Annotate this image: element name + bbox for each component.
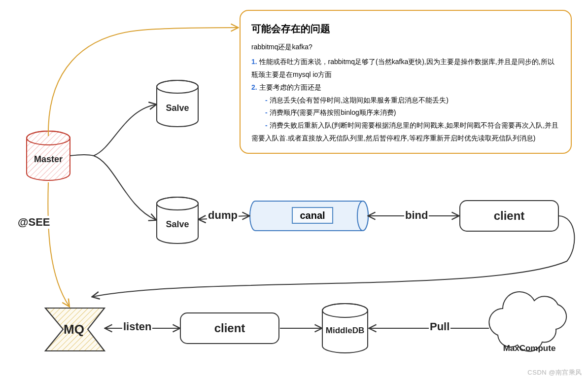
svg-point-10	[250, 201, 261, 231]
note-point-1: 1. 性能或吞吐方面来说，rabbitmq足够了(当然kafka更快),因为主要…	[251, 56, 560, 81]
svg-point-6	[157, 80, 198, 93]
svg-point-7	[157, 80, 198, 93]
mq-label: MQ	[58, 319, 90, 339]
client-top-label: client	[460, 201, 558, 231]
note-box: 可能会存在的问题 rabbitmq还是kafka? 1. 性能或吞吐方面来说，r…	[240, 10, 572, 154]
client-bottom-label: client	[180, 313, 279, 344]
slave1-label: Salve	[157, 101, 198, 115]
see-label: @SEE	[17, 216, 51, 229]
pull-label: Pull	[429, 320, 450, 333]
middledb-label: MiddleDB	[322, 323, 368, 338]
note-point-2: 2. 主要考虑的方面还是	[251, 81, 560, 94]
note-bullet-1: -消息丢失(会有暂停时间,这期间如果服务重启消息不能丢失)	[251, 94, 560, 107]
note-bullet-2: -消费顺序(需要严格按照binlog顺序来消费)	[251, 106, 560, 119]
svg-point-5	[27, 131, 70, 145]
note-bullet-3: -消费失败后重新入队(判断时间需要根据消息里的时间戳来,如果时间戳不符合需要再次…	[251, 119, 560, 145]
svg-point-12	[322, 304, 368, 317]
svg-point-11	[357, 201, 368, 231]
slave2-label: Salve	[157, 217, 198, 232]
master-label: Master	[27, 152, 70, 167]
svg-point-4	[27, 131, 70, 145]
svg-point-13	[322, 304, 368, 317]
watermark: CSDN @南宫乘风	[527, 368, 582, 377]
note-subtitle: rabbitmq还是kafka?	[251, 41, 560, 54]
svg-point-8	[157, 197, 198, 210]
dump-label: dump	[207, 209, 239, 222]
note-title: 可能会存在的问题	[251, 20, 560, 38]
maxcompute-label: MaxCompute	[495, 342, 564, 355]
listen-label: listen	[122, 320, 152, 333]
bind-label: bind	[404, 209, 429, 222]
canal-label: canal	[292, 207, 333, 224]
svg-point-9	[157, 197, 198, 210]
